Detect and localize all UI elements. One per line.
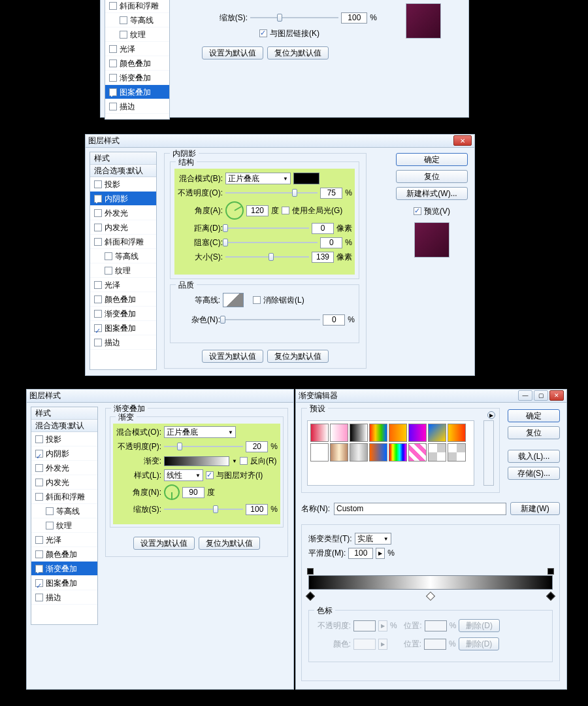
effect-checkbox[interactable] bbox=[94, 238, 102, 246]
effect-item[interactable]: 渐变叠加 bbox=[90, 307, 156, 321]
effect-checkbox[interactable] bbox=[46, 522, 54, 530]
effect-checkbox[interactable] bbox=[46, 507, 54, 515]
scale-slider[interactable] bbox=[250, 13, 338, 22]
effect-item[interactable]: 斜面和浮雕 bbox=[90, 235, 156, 249]
ok-button[interactable]: 确定 bbox=[396, 153, 468, 166]
opacity-input[interactable]: 20 bbox=[246, 441, 268, 452]
styles-header[interactable]: 样式 bbox=[90, 152, 156, 165]
effect-item[interactable]: 颜色叠加 bbox=[105, 56, 169, 71]
size-input[interactable]: 139 bbox=[312, 252, 334, 263]
reset-default-button[interactable]: 设置为默认值 bbox=[202, 46, 263, 59]
effect-checkbox[interactable] bbox=[105, 267, 112, 275]
effect-checkbox[interactable] bbox=[109, 59, 117, 67]
link-checkbox[interactable] bbox=[259, 29, 267, 37]
preset-swatch[interactable] bbox=[408, 443, 427, 462]
scale-slider[interactable] bbox=[164, 505, 243, 514]
styles-header[interactable]: 样式 bbox=[31, 407, 97, 420]
size-slider[interactable] bbox=[225, 252, 309, 261]
effect-item[interactable]: 投影 bbox=[90, 177, 156, 192]
preset-swatch[interactable] bbox=[389, 424, 407, 442]
effect-checkbox[interactable] bbox=[35, 550, 43, 558]
effect-checkbox[interactable] bbox=[109, 2, 117, 10]
effect-checkbox[interactable] bbox=[105, 252, 112, 260]
reset-default-button[interactable]: 设置为默认值 bbox=[133, 537, 195, 550]
effect-item[interactable]: 斜面和浮雕 bbox=[105, 0, 169, 13]
effect-checkbox[interactable] bbox=[109, 74, 117, 82]
blend-mode-select[interactable]: 正片叠底▼ bbox=[225, 173, 291, 184]
style-select[interactable]: 线性▼ bbox=[164, 469, 203, 481]
cancel-button[interactable]: 复位 bbox=[396, 170, 468, 183]
effect-item[interactable]: 图案叠加 bbox=[105, 85, 169, 99]
effect-item[interactable]: 渐变叠加 bbox=[31, 562, 97, 576]
restore-default-button[interactable]: 复位为默认值 bbox=[199, 537, 260, 550]
effect-checkbox[interactable] bbox=[94, 281, 102, 289]
scale-input[interactable]: 100 bbox=[246, 504, 268, 515]
cancel-button[interactable]: 复位 bbox=[508, 426, 560, 439]
close-icon[interactable]: ✕ bbox=[549, 390, 564, 401]
effect-checkbox[interactable] bbox=[94, 224, 102, 231]
gradient-bar[interactable] bbox=[308, 575, 553, 590]
effect-checkbox[interactable] bbox=[35, 435, 43, 443]
preset-swatch[interactable] bbox=[428, 443, 446, 462]
shadow-color-swatch[interactable] bbox=[293, 173, 319, 184]
maximize-icon[interactable]: ▢ bbox=[534, 390, 548, 401]
preset-swatch[interactable] bbox=[330, 443, 348, 462]
effect-checkbox[interactable] bbox=[94, 339, 102, 346]
color-stop-left[interactable] bbox=[306, 592, 315, 601]
angle-input[interactable]: 90 bbox=[182, 487, 204, 498]
distance-input[interactable]: 0 bbox=[312, 223, 334, 234]
color-stop-mid[interactable] bbox=[426, 592, 435, 601]
effect-item[interactable]: 光泽 bbox=[90, 278, 156, 292]
blend-default-header[interactable]: 混合选项:默认 bbox=[31, 420, 97, 432]
effect-checkbox[interactable] bbox=[94, 295, 102, 303]
effect-checkbox[interactable] bbox=[35, 579, 43, 587]
preset-swatch[interactable] bbox=[369, 443, 387, 462]
preset-swatch[interactable] bbox=[448, 443, 466, 462]
save-button[interactable]: 存储(S)... bbox=[508, 467, 560, 480]
effect-item[interactable]: 纹理 bbox=[31, 518, 97, 533]
close-icon[interactable]: ✕ bbox=[453, 135, 472, 146]
effect-item[interactable]: 颜色叠加 bbox=[31, 547, 97, 562]
minimize-icon[interactable]: — bbox=[518, 390, 532, 401]
gradient-picker[interactable] bbox=[164, 456, 229, 466]
effect-item[interactable]: 渐变叠加 bbox=[105, 71, 169, 85]
effect-item[interactable]: 图案叠加 bbox=[90, 321, 156, 335]
preset-swatch[interactable] bbox=[350, 443, 368, 462]
effect-checkbox[interactable] bbox=[109, 45, 117, 53]
preset-swatch[interactable] bbox=[310, 443, 329, 462]
load-button[interactable]: 载入(L)... bbox=[508, 450, 560, 463]
preset-swatch[interactable] bbox=[408, 424, 427, 442]
effect-checkbox[interactable] bbox=[94, 180, 102, 188]
opacity-slider[interactable] bbox=[225, 188, 318, 197]
gradient-type-select[interactable]: 实底▼ bbox=[355, 533, 391, 545]
restore-default-button[interactable]: 复位为默认值 bbox=[267, 46, 329, 59]
noise-slider[interactable] bbox=[223, 315, 320, 324]
effect-item[interactable]: 内阴影 bbox=[90, 192, 156, 206]
effect-item[interactable]: 内发光 bbox=[90, 220, 156, 235]
preset-swatch[interactable] bbox=[350, 424, 368, 442]
effect-item[interactable]: 等高线 bbox=[90, 249, 156, 263]
effect-item[interactable]: 等高线 bbox=[105, 13, 169, 27]
effect-item[interactable]: 纹理 bbox=[90, 263, 156, 278]
smoothness-dropdown-icon[interactable]: ▶ bbox=[376, 548, 385, 559]
preset-swatch[interactable] bbox=[310, 424, 329, 442]
preset-swatch[interactable] bbox=[330, 424, 348, 442]
effect-item[interactable]: 投影 bbox=[31, 432, 97, 446]
effect-item[interactable]: 等高线 bbox=[31, 504, 97, 518]
effect-checkbox[interactable] bbox=[35, 493, 43, 501]
effect-item[interactable]: 斜面和浮雕 bbox=[31, 490, 97, 504]
opacity-stop-right[interactable] bbox=[547, 568, 554, 575]
choke-slider[interactable] bbox=[225, 238, 318, 247]
angle-dial[interactable] bbox=[164, 484, 180, 500]
preset-swatch[interactable] bbox=[448, 424, 466, 442]
opacity-slider[interactable] bbox=[164, 442, 243, 451]
scale-input[interactable]: 100 bbox=[341, 12, 367, 24]
reset-default-button[interactable]: 设置为默认值 bbox=[202, 350, 263, 363]
preview-checkbox[interactable] bbox=[414, 207, 421, 215]
effect-checkbox[interactable] bbox=[35, 594, 43, 601]
opacity-stop-left[interactable] bbox=[307, 568, 314, 575]
distance-slider[interactable] bbox=[225, 224, 309, 233]
effect-checkbox[interactable] bbox=[35, 479, 43, 486]
angle-input[interactable]: 120 bbox=[246, 205, 269, 216]
effect-checkbox[interactable] bbox=[35, 464, 43, 472]
